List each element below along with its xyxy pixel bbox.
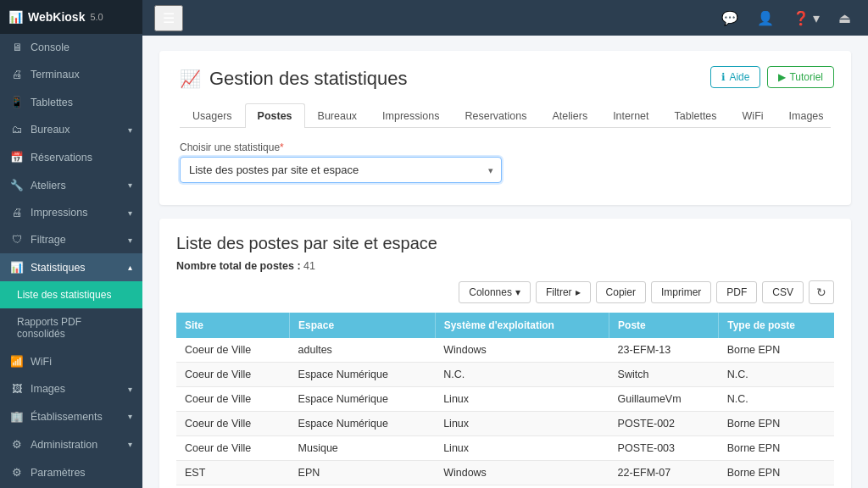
table-cell: POSTE-002 (609, 412, 719, 436)
app-title: WebKiosk (28, 10, 85, 24)
sidebar-item-liste-statistiques[interactable]: Liste des statistiques (0, 281, 142, 308)
chevron-right-icon: ▸ (576, 286, 581, 298)
table-cell: Switch (609, 363, 719, 387)
table-cell: Coeur de Ville (176, 338, 290, 363)
tab-internet[interactable]: Internet (600, 103, 661, 128)
required-marker: * (280, 141, 284, 153)
filter-group: Choisir une statistique* Liste des poste… (180, 141, 831, 183)
filtrer-button[interactable]: Filtrer ▸ (536, 281, 591, 303)
table-cell: Borne EPN (719, 412, 834, 436)
colonnes-button[interactable]: Colonnes ▾ (459, 281, 531, 303)
imprimer-button[interactable]: Imprimer (651, 281, 711, 303)
menu-toggle-button[interactable]: ☰ (154, 5, 183, 31)
table-cell: Linux (435, 387, 609, 412)
table-section-title: Liste des postes par site et espace (176, 234, 834, 253)
table-cell: GuillaumeVm (609, 387, 719, 412)
sidebar-item-parametres[interactable]: ⚙ Paramètres (0, 458, 142, 486)
chat-icon[interactable]: 💬 (716, 7, 743, 30)
table-cell: Coeur de Ville (176, 363, 290, 387)
sidebar-item-console[interactable]: 🖥 Console (0, 34, 142, 61)
statistic-select[interactable]: Liste des postes par site et espace Stat… (180, 157, 502, 183)
table-row: ESTEPNWindows22-EFM-07Borne EPN (176, 461, 834, 485)
sidebar-label-administration: Administration (31, 439, 97, 451)
stats-header-card: 📈 Gestion des statistiques ℹ Aide ▶ Tuto… (159, 51, 851, 205)
table-row: Coeur de VilleEspace NumériqueLinuxPOSTE… (176, 412, 834, 436)
tab-wifi[interactable]: WiFi (730, 103, 776, 128)
table-cell: Borne EPN (719, 338, 834, 363)
tablettes-icon: 📱 (10, 96, 24, 108)
col-os: Système d'exploitation (435, 313, 609, 338)
sidebar-item-rapports-pdf[interactable]: Rapports PDF consolidés (0, 308, 142, 347)
table-meta-value: 41 (303, 260, 315, 272)
etablissements-icon: 🏢 (10, 410, 24, 423)
tab-usagers[interactable]: Usagers (180, 103, 245, 128)
tab-impressions[interactable]: Impressions (370, 103, 452, 128)
parametres-icon: ⚙ (10, 466, 24, 479)
content-area: 📈 Gestion des statistiques ℹ Aide ▶ Tuto… (142, 36, 868, 488)
aide-button[interactable]: ℹ Aide (710, 66, 760, 88)
tab-postes[interactable]: Postes (245, 103, 305, 128)
sidebar-item-wifi[interactable]: 📶 WiFi (0, 347, 142, 375)
page-title-text: Gestion des statistiques (209, 68, 408, 90)
sidebar-item-etablissements[interactable]: 🏢 Établissements ▾ (0, 402, 142, 430)
images-icon: 🖼 (10, 383, 24, 395)
table-cell: Espace Numérique (290, 412, 436, 436)
help-icon[interactable]: ❓ ▾ (787, 7, 825, 30)
table-cell: N.C. (719, 387, 834, 412)
info-icon: ℹ (721, 71, 726, 83)
chevron-down-icon: ▾ (128, 125, 132, 135)
sidebar-item-administration[interactable]: ⚙ Administration ▾ (0, 430, 142, 458)
tab-tablettes[interactable]: Tablettes (662, 103, 730, 128)
sidebar-label-filtrage: Filtrage (31, 234, 66, 246)
table-cell: N.C. (435, 363, 609, 387)
sidebar-item-bureaux[interactable]: 🗂 Bureaux ▾ (0, 116, 142, 143)
sidebar-item-ateliers[interactable]: 🔧 Ateliers ▾ (0, 171, 142, 199)
filter-label: Choisir une statistique* (180, 141, 831, 153)
table-cell: EPN (290, 461, 436, 485)
sidebar-item-images[interactable]: 🖼 Images ▾ (0, 375, 142, 402)
sidebar-label-terminaux: Terminaux (31, 69, 80, 80)
csv-button[interactable]: CSV (762, 281, 804, 303)
user-icon[interactable]: 👤 (752, 7, 779, 30)
table-cell: N.C. (719, 363, 834, 387)
sidebar-item-reservations[interactable]: 📅 Réservations (0, 143, 142, 171)
table-cell: Coeur de Ville (176, 412, 290, 436)
table-row: Coeur de VilleEspace NumériqueLinuxGuill… (176, 387, 834, 412)
sidebar-label-console: Console (31, 42, 70, 53)
sidebar-label-rapports-pdf: Rapports PDF consolidés (17, 316, 132, 340)
sidebar-item-tablettes[interactable]: 📱 Tablettes (0, 88, 142, 116)
table-cell: Windows (435, 461, 609, 485)
tab-ateliers[interactable]: Ateliers (539, 103, 600, 128)
table-cell: Coeur de Ville (176, 436, 290, 461)
sidebar-item-impressions[interactable]: 🖨 Impressions ▾ (0, 199, 142, 226)
sidebar-item-terminaux[interactable]: 🖨 Terminaux (0, 61, 142, 88)
tutoriel-button[interactable]: ▶ Tutoriel (767, 66, 834, 88)
topbar: ☰ 💬 👤 ❓ ▾ ⏏ (142, 0, 868, 36)
sidebar-label-statistiques: Statistiques (31, 262, 86, 274)
wifi-icon: 📶 (10, 355, 24, 368)
tab-bureaux[interactable]: Bureaux (305, 103, 370, 128)
table-section: Liste des postes par site et espace Nomb… (159, 219, 851, 488)
sidebar-label-parametres: Paramètres (31, 467, 86, 479)
filtrage-icon: 🛡 (10, 234, 24, 246)
table-meta-label: Nombre total de postes : (176, 260, 301, 272)
tab-images[interactable]: Images (776, 103, 837, 128)
copier-button[interactable]: Copier (596, 281, 646, 303)
sidebar-item-filtrage[interactable]: 🛡 Filtrage ▾ (0, 226, 142, 253)
tab-reservations[interactable]: Reservations (453, 103, 540, 128)
sidebar-label-liste-statistiques: Liste des statistiques (17, 289, 111, 301)
col-type: Type de poste (719, 313, 834, 338)
sidebar: 📊 WebKiosk 5.0 🖥 Console 🖨 Terminaux 📱 T… (0, 0, 142, 488)
chevron-down-icon: ▾ (128, 236, 132, 245)
col-poste: Poste (609, 313, 719, 338)
sidebar-item-statistiques[interactable]: 📊 Statistiques ▴ (0, 253, 142, 281)
chevron-up-icon: ▴ (128, 263, 132, 272)
logout-icon[interactable]: ⏏ (833, 7, 856, 30)
pdf-button[interactable]: PDF (716, 281, 757, 303)
table-row: Coeur de VilleadultesWindows23-EFM-13Bor… (176, 338, 834, 363)
tabs-bar: Usagers Postes Bureaux Impressions Reser… (180, 103, 831, 128)
refresh-button[interactable]: ↻ (809, 280, 834, 304)
table-cell: 23-EFM-13 (609, 338, 719, 363)
chevron-down-icon: ▾ (128, 440, 132, 449)
app-version: 5.0 (90, 12, 103, 22)
